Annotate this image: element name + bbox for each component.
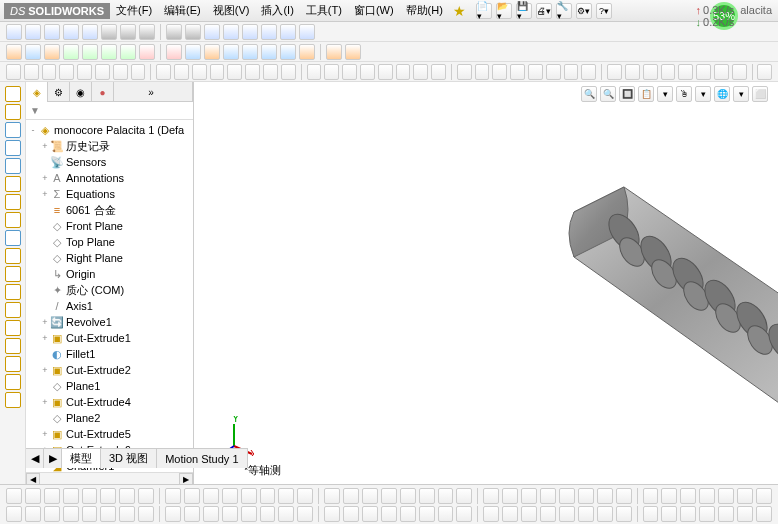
- toolbar-button[interactable]: [223, 24, 239, 40]
- tree-node-revolve1[interactable]: +🔄Revolve1: [28, 314, 191, 330]
- toolbar-button[interactable]: [324, 506, 340, 522]
- tree-node-plane1[interactable]: ◇Plane1: [28, 378, 191, 394]
- bottom-tab-3d-视图[interactable]: 3D 视图: [101, 449, 157, 468]
- toolbar-button[interactable]: [381, 506, 397, 522]
- help-icon[interactable]: ?▾: [596, 3, 612, 19]
- toolbar-button[interactable]: [324, 64, 339, 80]
- toolbar-button[interactable]: [95, 64, 110, 80]
- toolbar-button[interactable]: [185, 24, 201, 40]
- toolbar-button[interactable]: [597, 506, 613, 522]
- toolbar-button[interactable]: [643, 488, 659, 504]
- toolbar-button[interactable]: [63, 506, 79, 522]
- toolbar-button[interactable]: [419, 506, 435, 522]
- view-tool-button[interactable]: 🔲: [619, 86, 635, 102]
- tab-scroll-left[interactable]: ◀: [26, 449, 44, 468]
- menu-工具[interactable]: 工具(T): [300, 1, 348, 20]
- toolbar-button[interactable]: [6, 44, 22, 60]
- tree-node-质心-(com)[interactable]: ✦质心 (COM): [28, 282, 191, 298]
- toolbar-button[interactable]: [502, 506, 518, 522]
- toolbar-button[interactable]: [82, 506, 98, 522]
- toolbar-button[interactable]: [156, 64, 171, 80]
- toolbar-button[interactable]: [261, 44, 277, 60]
- toolbar-button[interactable]: [6, 506, 22, 522]
- toolbar-button[interactable]: [597, 488, 613, 504]
- toolbar-button[interactable]: [502, 488, 518, 504]
- toolbar-button[interactable]: [578, 506, 594, 522]
- toolbar-button[interactable]: [101, 24, 117, 40]
- toolbar-button[interactable]: [540, 506, 556, 522]
- toolbar-button[interactable]: [756, 506, 772, 522]
- toolbar-button[interactable]: [419, 488, 435, 504]
- options-icon[interactable]: ⚙▾: [576, 3, 592, 19]
- new-doc-icon[interactable]: 📄▾: [476, 3, 492, 19]
- toolbar-button[interactable]: [185, 44, 201, 60]
- toolbar-button[interactable]: [281, 64, 296, 80]
- toolbar-button[interactable]: [696, 64, 711, 80]
- left-tool-button[interactable]: [5, 212, 21, 228]
- toolbar-button[interactable]: [166, 44, 182, 60]
- toolbar-button[interactable]: [521, 488, 537, 504]
- menu-帮助[interactable]: 帮助(H): [400, 1, 449, 20]
- toolbar-button[interactable]: [166, 24, 182, 40]
- toolbar-button[interactable]: [559, 506, 575, 522]
- toolbar-button[interactable]: [222, 488, 238, 504]
- left-tool-button[interactable]: [5, 230, 21, 246]
- toolbar-button[interactable]: [25, 44, 41, 60]
- tree-node-sensors[interactable]: 📡Sensors: [28, 154, 191, 170]
- toolbar-button[interactable]: [661, 506, 677, 522]
- toolbar-button[interactable]: [203, 488, 219, 504]
- menu-文件[interactable]: 文件(F): [110, 1, 158, 20]
- menu-窗口[interactable]: 窗口(W): [348, 1, 400, 20]
- view-tool-button[interactable]: 🔍: [581, 86, 597, 102]
- toolbar-button[interactable]: [396, 64, 411, 80]
- toolbar-button[interactable]: [278, 506, 294, 522]
- toolbar-button[interactable]: [483, 488, 499, 504]
- toolbar-button[interactable]: [680, 488, 696, 504]
- tree-tab-appearance[interactable]: ●: [92, 82, 114, 102]
- toolbar-button[interactable]: [378, 64, 393, 80]
- left-tool-button[interactable]: [5, 104, 21, 120]
- view-tool-button[interactable]: ⬜: [752, 86, 768, 102]
- viewport-3d[interactable]: 🔍🔍🔲📋▾🖱▾🌐▾⬜: [194, 82, 778, 486]
- toolbar-button[interactable]: [643, 64, 658, 80]
- menu-编辑[interactable]: 编辑(E): [158, 1, 207, 20]
- toolbar-button[interactable]: [625, 64, 640, 80]
- toolbar-button[interactable]: [492, 64, 507, 80]
- toolbar-button[interactable]: [475, 64, 490, 80]
- tree-tab-more[interactable]: »: [114, 82, 193, 102]
- toolbar-button[interactable]: [138, 488, 154, 504]
- toolbar-button[interactable]: [737, 488, 753, 504]
- left-tool-button[interactable]: [5, 158, 21, 174]
- left-tool-button[interactable]: [5, 392, 21, 408]
- view-tool-button[interactable]: 📋: [638, 86, 654, 102]
- tab-scroll-right[interactable]: ▶: [44, 449, 62, 468]
- toolbar-button[interactable]: [210, 64, 225, 80]
- toolbar-button[interactable]: [343, 506, 359, 522]
- view-tool-button[interactable]: ▾: [695, 86, 711, 102]
- toolbar-button[interactable]: [184, 506, 200, 522]
- left-tool-button[interactable]: [5, 374, 21, 390]
- toolbar-button[interactable]: [661, 488, 677, 504]
- toolbar-button[interactable]: [559, 488, 575, 504]
- left-tool-button[interactable]: [5, 266, 21, 282]
- toolbar-button[interactable]: [616, 506, 632, 522]
- toolbar-button[interactable]: [299, 44, 315, 60]
- toolbar-button[interactable]: [456, 506, 472, 522]
- toolbar-button[interactable]: [203, 506, 219, 522]
- toolbar-button[interactable]: [25, 24, 41, 40]
- toolbar-button[interactable]: [362, 506, 378, 522]
- toolbar-button[interactable]: [616, 488, 632, 504]
- toolbar-button[interactable]: [241, 488, 257, 504]
- toolbar-button[interactable]: [25, 488, 41, 504]
- toolbar-button[interactable]: [528, 64, 543, 80]
- toolbar-button[interactable]: [345, 44, 361, 60]
- toolbar-button[interactable]: [699, 488, 715, 504]
- toolbar-button[interactable]: [607, 64, 622, 80]
- toolbar-button[interactable]: [360, 64, 375, 80]
- toolbar-button[interactable]: [119, 488, 135, 504]
- toolbar-button[interactable]: [119, 506, 135, 522]
- toolbar-button[interactable]: [457, 64, 472, 80]
- toolbar-button[interactable]: [6, 488, 22, 504]
- left-tool-button[interactable]: [5, 284, 21, 300]
- toolbar-button[interactable]: [297, 488, 313, 504]
